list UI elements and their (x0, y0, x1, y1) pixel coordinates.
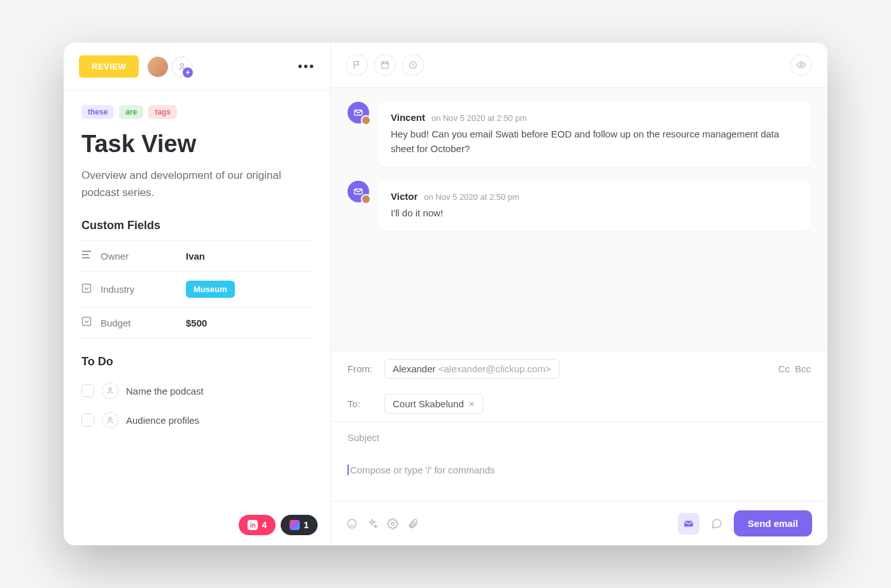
calendar-icon (380, 60, 390, 70)
custom-field-label: Owner (101, 251, 177, 262)
left-header: REVIEW + ••• (64, 43, 330, 91)
emoji-button[interactable] (346, 518, 358, 529)
figma-badge[interactable]: 1 (281, 515, 318, 535)
from-email: <alexander@clickup.com> (438, 363, 551, 374)
more-menu-button[interactable]: ••• (298, 59, 315, 74)
todo-item: Audience profiles (81, 405, 312, 435)
svg-point-0 (181, 64, 184, 67)
messages-list: Vincent on Nov 5 2020 at 2:50 pm Hey bud… (331, 88, 827, 351)
svg-rect-3 (82, 257, 90, 258)
todo-checkbox[interactable] (81, 414, 94, 426)
ai-button[interactable] (367, 518, 378, 529)
status-button[interactable]: REVIEW (79, 55, 139, 78)
eye-icon (796, 60, 806, 70)
svg-rect-1 (82, 251, 91, 252)
to-chip[interactable]: Court Skabelund × (384, 394, 483, 414)
todo-label[interactable]: Audience profiles (126, 415, 199, 426)
message: Vincent on Nov 5 2020 at 2:50 pm Hey bud… (347, 102, 811, 167)
user-mini-avatar (361, 115, 371, 125)
todo-heading: To Do (81, 355, 312, 368)
to-label: To: (347, 398, 377, 409)
custom-field-row: Budget $500 (81, 307, 312, 339)
message-avatar[interactable] (347, 181, 369, 202)
time-button[interactable] (402, 54, 424, 76)
bcc-button[interactable]: Bcc (795, 363, 811, 374)
message-timestamp: on Nov 5 2020 at 2:50 pm (424, 192, 519, 202)
remove-recipient-icon[interactable]: × (469, 398, 475, 409)
message-card[interactable]: Victor on Nov 5 2020 at 2:50 pm I'll do … (378, 181, 811, 230)
todo-item: Name the podcast (81, 376, 312, 405)
svg-point-6 (109, 388, 111, 391)
smile-icon (346, 518, 358, 529)
message-card[interactable]: Vincent on Nov 5 2020 at 2:50 pm Hey bud… (378, 102, 811, 167)
figma-icon (290, 520, 300, 530)
svg-rect-5 (83, 318, 91, 326)
svg-rect-8 (382, 62, 389, 68)
message-avatar[interactable] (347, 102, 369, 123)
tag[interactable]: these (81, 105, 114, 119)
figma-count: 1 (304, 520, 309, 530)
svg-point-10 (800, 64, 803, 66)
message-author: Victor (391, 191, 417, 202)
todo-checkbox[interactable] (81, 384, 94, 397)
task-title[interactable]: Task View (81, 130, 312, 158)
todo-section: To Do Name the podcast Audience profiles (81, 355, 312, 435)
message: Victor on Nov 5 2020 at 2:50 pm I'll do … (347, 181, 811, 230)
clock-icon (408, 60, 418, 70)
tag[interactable]: tags (148, 105, 177, 119)
task-description[interactable]: Overview and development of our original… (81, 167, 312, 201)
gear-icon (387, 518, 398, 529)
invision-icon: in (248, 520, 258, 530)
settings-button[interactable] (387, 518, 398, 529)
mail-icon (683, 518, 694, 529)
svg-point-13 (347, 519, 356, 528)
svg-rect-4 (83, 284, 91, 292)
message-timestamp: on Nov 5 2020 at 2:50 pm (431, 113, 527, 123)
watch-button[interactable] (790, 54, 812, 76)
date-button[interactable] (374, 54, 396, 76)
svg-rect-2 (82, 254, 88, 255)
person-icon (106, 386, 115, 395)
custom-fields-heading: Custom Fields (81, 219, 312, 232)
custom-field-row: Owner Ivan (81, 241, 312, 272)
invision-badge[interactable]: in 4 (239, 515, 276, 535)
chat-icon (711, 518, 722, 529)
message-author: Vincent (391, 112, 425, 123)
subject-input[interactable]: Subject (331, 421, 827, 453)
body-placeholder: Compose or type '/' for commands (347, 465, 495, 475)
plus-icon: + (183, 67, 193, 78)
flag-icon (352, 60, 362, 70)
attach-button[interactable] (407, 518, 419, 529)
message-body: Hey bud! Can you email Swati before EOD … (391, 127, 798, 157)
assignee-avatar[interactable] (148, 57, 168, 77)
text-field-icon (81, 249, 92, 262)
body-input[interactable]: Compose or type '/' for commands (331, 453, 827, 501)
custom-field-value[interactable]: Ivan (186, 251, 205, 262)
from-label: From: (347, 363, 377, 374)
email-mode-button[interactable] (678, 513, 699, 535)
composer-footer: Send email (331, 501, 827, 545)
assign-todo-button[interactable] (102, 382, 118, 399)
sparkle-icon (367, 518, 378, 529)
custom-field-value[interactable]: $500 (186, 318, 207, 328)
email-composer: From: Alexander <alexander@clickup.com> … (331, 351, 827, 545)
svg-point-7 (109, 417, 111, 420)
user-mini-avatar (361, 194, 371, 204)
send-email-button[interactable]: Send email (734, 510, 812, 536)
comment-mode-button[interactable] (706, 513, 727, 535)
from-name: Alexander (393, 363, 436, 374)
assign-todo-button[interactable] (102, 412, 118, 428)
to-name: Court Skabelund (393, 398, 464, 409)
custom-field-value[interactable]: Museum (186, 281, 235, 298)
flag-button[interactable] (346, 54, 368, 76)
svg-rect-15 (684, 521, 693, 526)
right-panel: Vincent on Nov 5 2020 at 2:50 pm Hey bud… (331, 43, 827, 545)
add-assignee-button[interactable]: + (172, 57, 192, 77)
tag[interactable]: are (119, 105, 143, 119)
paperclip-icon (407, 518, 419, 529)
to-row: To: Court Skabelund × (331, 386, 827, 421)
todo-label[interactable]: Name the podcast (126, 386, 204, 396)
cc-button[interactable]: Cc (778, 363, 790, 374)
from-field[interactable]: Alexander <alexander@clickup.com> (384, 359, 559, 379)
dropdown-field-icon (81, 283, 92, 296)
